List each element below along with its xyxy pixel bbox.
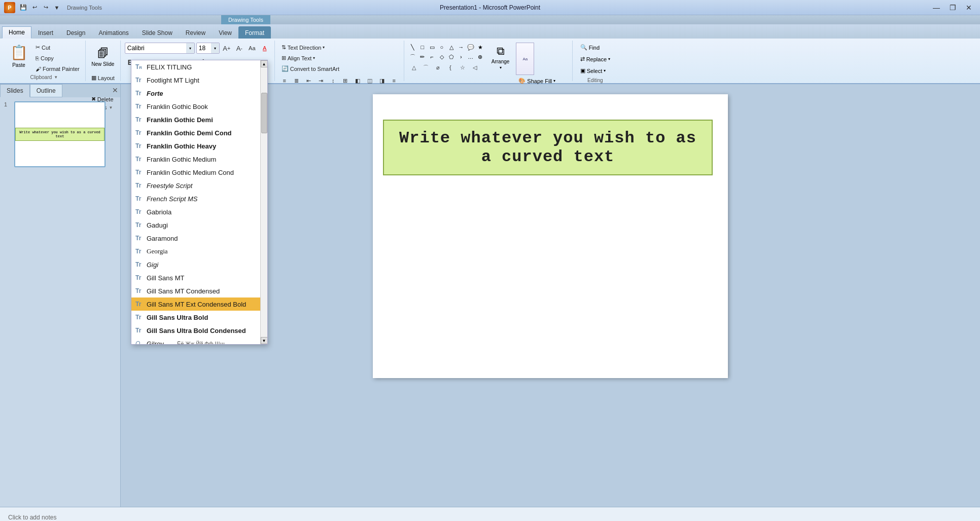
shape-arrow[interactable]: → [457, 43, 466, 52]
shape-triangle[interactable]: △ [447, 43, 456, 52]
font-size-dropdown-arrow[interactable]: ▾ [211, 43, 219, 53]
font-item-gigi[interactable]: Tr Gigi [131, 258, 260, 271]
shape-diamond[interactable]: ◇ [437, 52, 446, 61]
shape-freeform-btn[interactable]: ⌀ [433, 62, 444, 72]
shape-edit-btn[interactable]: △ [408, 62, 419, 72]
paste-button[interactable]: 📋 Paste [6, 42, 31, 70]
font-item-footlight[interactable]: Tr Footlight MT Light [131, 73, 260, 87]
tab-home[interactable]: Home [2, 26, 31, 39]
layout-button[interactable]: ▦ Layout [89, 73, 117, 83]
tab-design[interactable]: Design [60, 26, 92, 39]
font-item-fg-medium[interactable]: Tr Franklin Gothic Medium [131, 153, 260, 166]
tab-insert[interactable]: Insert [31, 26, 60, 39]
font-item-gill-condensed[interactable]: Tr Gill Sans MT Condensed [131, 284, 260, 297]
tab-outline[interactable]: Outline [30, 84, 62, 97]
font-item-fg-demi-cond[interactable]: Tr Franklin Gothic Demi Cond [131, 126, 260, 139]
scrollbar-down-arrow[interactable]: ▼ [261, 337, 268, 344]
change-case-btn[interactable]: Aa [247, 43, 258, 53]
shape-rounded-rect[interactable]: ▭ [428, 43, 437, 52]
cut-button[interactable]: ✂ Cut [33, 43, 82, 52]
tab-format[interactable]: Format [238, 26, 271, 39]
font-item-garamond[interactable]: Tr Garamond [131, 232, 260, 245]
minimize-btn[interactable]: — [929, 3, 943, 13]
align-text-btn[interactable]: ⊞ Align Text ▾ [279, 53, 400, 63]
maximize-btn[interactable]: ❐ [946, 3, 960, 13]
font-item-felix[interactable]: Tr FELIX TITLING [131, 60, 260, 73]
shape-extra[interactable]: ⊕ [476, 52, 485, 61]
tab-animations[interactable]: Animations [92, 26, 135, 39]
font-item-gadugi[interactable]: Tr Gadugi [131, 218, 260, 232]
text-direction-btn[interactable]: ⇅ Text Direction ▾ [279, 43, 400, 52]
shape-freeform[interactable]: ✏ [418, 52, 427, 61]
save-qat-btn[interactable]: 💾 [18, 3, 28, 13]
redo-qat-btn[interactable]: ↪ [41, 3, 51, 13]
clipboard-expand[interactable]: ▼ [54, 75, 58, 80]
shape-star[interactable]: ★ [476, 43, 485, 52]
tab-slideshow[interactable]: Slide Show [135, 26, 179, 39]
shape-star-btn[interactable]: ☆ [457, 62, 468, 72]
increase-font-btn[interactable]: A+ [221, 43, 232, 53]
font-item-fg-heavy[interactable]: Tr Franklin Gothic Heavy [131, 139, 260, 153]
tab-slides[interactable]: Slides [0, 84, 30, 97]
new-slide-button[interactable]: 🗐 New Slide [89, 42, 117, 72]
convert-smartart-btn[interactable]: 🔄 Convert to SmartArt [279, 64, 400, 73]
font-size-input[interactable]: 18 [197, 45, 211, 52]
text-direction-dropdown[interactable]: ▾ [323, 45, 325, 50]
shape-curve-btn[interactable]: ⌒ [421, 62, 432, 72]
scrollbar-thumb[interactable] [261, 93, 267, 133]
scrollbar-up-arrow[interactable]: ▲ [261, 60, 268, 67]
shape-action-btn[interactable]: ◁ [469, 62, 480, 72]
font-item-forte[interactable]: Tr Forte [131, 87, 260, 100]
undo-qat-btn[interactable]: ↩ [29, 3, 40, 13]
shape-callout[interactable]: 💬 [466, 43, 475, 52]
font-name-input[interactable]: Calibri [125, 45, 186, 52]
font-item-fg-medium-cond[interactable]: Tr Franklin Gothic Medium Cond [131, 166, 260, 179]
font-item-gill-ext-bold[interactable]: Tr Gill Sans MT Ext Condensed Bold [131, 297, 260, 311]
shape-line[interactable]: ╲ [408, 43, 417, 52]
font-list-scrollbar[interactable]: ▲ ▼ [260, 60, 267, 344]
shape-connector[interactable]: ⌐ [428, 52, 437, 61]
shape-fill-dropdown[interactable]: ▾ [553, 79, 555, 83]
shape-pentagon[interactable]: ⬠ [447, 52, 456, 61]
shape-oval[interactable]: ○ [437, 43, 446, 52]
font-item-gabriola[interactable]: Tr Gabriola [131, 205, 260, 218]
font-item-fg-book[interactable]: Tr Franklin Gothic Book [131, 100, 260, 113]
font-item-fg-demi[interactable]: Tr Franklin Gothic Demi [131, 113, 260, 126]
font-item-gill-ultra-cond[interactable]: Tr Gill Sans Ultra Bold Condensed [131, 324, 260, 337]
shape-rect[interactable]: □ [418, 43, 427, 52]
shape-curve[interactable]: ⌒ [408, 52, 417, 61]
font-name-dropdown-arrow[interactable]: ▾ [186, 43, 194, 53]
select-dropdown[interactable]: ▾ [604, 68, 606, 73]
shape-connector-btn[interactable]: { [445, 62, 456, 72]
notes-area[interactable]: Click to add notes [0, 507, 980, 521]
text-box[interactable]: Write whatever you wish to as a curved t… [383, 120, 713, 175]
find-button[interactable]: 🔍 Find [577, 43, 614, 52]
font-name-selector[interactable]: Calibri ▾ [125, 43, 195, 54]
slide-canvas[interactable]: Write whatever you wish to as a curved t… [373, 94, 728, 378]
slide-panel-close-btn[interactable]: ✕ [112, 86, 118, 94]
font-item-french[interactable]: Tr French Script MS [131, 192, 260, 205]
clear-formatting-btn[interactable]: A [259, 43, 270, 53]
arrange-button[interactable]: ⧉ Arrange ▾ [487, 43, 514, 72]
close-btn[interactable]: ✕ [962, 3, 976, 13]
font-item-gill-ultra[interactable]: Tr Gill Sans Ultra Bold [131, 311, 260, 324]
replace-button[interactable]: ⇄ Replace ▾ [577, 54, 614, 64]
copy-button[interactable]: ⎘ Copy [33, 54, 82, 63]
align-text-dropdown[interactable]: ▾ [313, 56, 315, 60]
decrease-font-btn[interactable]: A- [234, 43, 245, 53]
qat-dropdown-btn[interactable]: ▼ [52, 3, 62, 13]
shape-more[interactable]: … [466, 52, 475, 61]
quick-styles-gallery[interactable]: Aa [516, 43, 534, 75]
replace-dropdown[interactable]: ▾ [608, 57, 610, 61]
shape-chevron[interactable]: › [457, 52, 466, 61]
format-painter-button[interactable]: 🖌 Format Painter [33, 64, 82, 73]
font-item-gill-sans[interactable]: Tr Gill Sans MT [131, 271, 260, 284]
font-item-gilroy[interactable]: O Gilroy Ёё Жж Йй Фф Щщ [131, 337, 260, 344]
tab-view[interactable]: View [212, 26, 238, 39]
font-item-freestyle[interactable]: Tr Freestyle Script [131, 179, 260, 192]
arrange-dropdown[interactable]: ▾ [500, 65, 502, 70]
select-button[interactable]: ▣ Select ▾ [577, 66, 614, 76]
tab-review[interactable]: Review [179, 26, 212, 39]
slide-thumbnail-1[interactable]: Write whatever you wish to as a curved t… [14, 101, 106, 167]
font-item-georgia[interactable]: Tr Georgia [131, 245, 260, 258]
